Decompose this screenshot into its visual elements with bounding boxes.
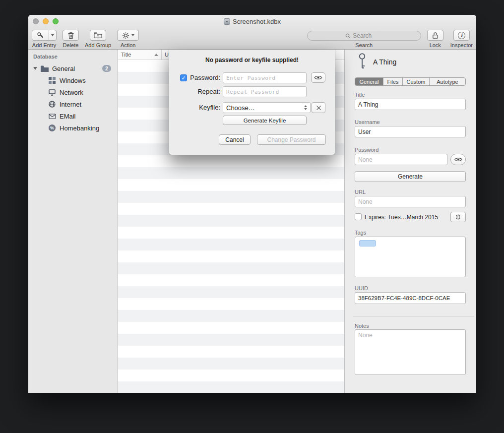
delete-label: Delete — [63, 42, 79, 48]
column-username-label: U — [165, 52, 169, 58]
add-entry-button[interactable] — [32, 30, 57, 41]
sidebar-item-label: General — [52, 65, 75, 72]
expires-label: Expires: Tues…March 2015 — [365, 214, 438, 221]
eye-icon — [314, 75, 322, 80]
add-group-button[interactable] — [90, 30, 106, 41]
repeat-label: Repeat: — [169, 86, 220, 97]
search-icon — [345, 33, 351, 39]
minimize-button[interactable] — [43, 18, 49, 24]
keyfile-popup-value: Choose… — [226, 104, 255, 112]
info-icon — [458, 32, 465, 39]
password-input[interactable] — [223, 72, 307, 83]
reveal-password-button[interactable] — [311, 72, 325, 83]
tab-files[interactable]: Files — [383, 78, 403, 85]
tag-token[interactable] — [359, 240, 376, 247]
search-input[interactable] — [307, 31, 421, 41]
key-icon — [32, 30, 49, 40]
sort-ascending-icon — [154, 54, 158, 56]
cancel-button[interactable]: Cancel — [219, 134, 251, 145]
entry-title: A Thing — [373, 58, 396, 66]
expires-checkbox[interactable] — [355, 213, 362, 220]
lock-icon — [432, 32, 439, 39]
change-password-button[interactable]: Change Password — [257, 134, 326, 145]
window-title: Screenshot.kdbx — [28, 15, 476, 28]
uuid-field[interactable] — [355, 292, 466, 304]
generate-keyfile-button[interactable]: Generate Keyfile — [223, 116, 307, 125]
sidebar-item-windows[interactable]: Windows — [28, 74, 117, 86]
inspector-tabs: General Files Custom Autotype — [355, 77, 466, 86]
title-label: Title — [355, 92, 365, 98]
keyfile-label: Keyfile: — [169, 102, 220, 113]
app-window: Screenshot.kdbx — [28, 15, 476, 393]
sidebar-item-label: Windows — [60, 77, 86, 84]
notes-field[interactable] — [355, 329, 466, 375]
zoom-button[interactable] — [53, 18, 59, 24]
tags-label: Tags — [355, 230, 366, 236]
repeat-password-input[interactable] — [223, 86, 307, 97]
action-button[interactable] — [117, 30, 139, 41]
toolbar-item-inspector: Inspector — [450, 30, 473, 48]
gear-icon — [122, 32, 129, 39]
percent-coin-icon — [48, 124, 56, 132]
divider — [353, 316, 474, 316]
titlebar[interactable]: Screenshot.kdbx — [28, 15, 476, 28]
username-label: Username — [355, 119, 380, 125]
sidebar-item-internet[interactable]: Internet — [28, 98, 117, 110]
column-header-title[interactable]: Title — [118, 50, 162, 60]
delete-button[interactable] — [63, 30, 79, 41]
clear-keyfile-button[interactable] — [312, 102, 325, 113]
folder-icon — [41, 64, 49, 72]
toolbar-item-action: Action — [117, 30, 139, 48]
inspector-panel: A Thing General Files Custom Autotype Ti… — [345, 50, 476, 393]
disclosure-triangle-icon[interactable] — [33, 67, 37, 70]
keyfile-popup-button[interactable]: Choose… — [223, 102, 311, 113]
lock-button[interactable] — [427, 30, 443, 41]
chevron-down-icon — [131, 34, 134, 36]
password-label: Password — [355, 147, 378, 153]
sidebar-item-general[interactable]: General 2 — [28, 62, 117, 74]
sidebar-item-email[interactable]: EMail — [28, 110, 117, 122]
url-field[interactable] — [355, 196, 466, 207]
toolbar-item-add-entry: Add Entry — [32, 30, 57, 48]
folder-plus-icon — [94, 32, 102, 39]
search-text-input[interactable] — [353, 32, 382, 39]
tags-field[interactable] — [355, 237, 466, 277]
close-button[interactable] — [33, 18, 39, 24]
window-chrome: Screenshot.kdbx — [28, 15, 476, 50]
lock-label: Lock — [430, 42, 441, 48]
toolbar-item-delete: Delete — [63, 30, 79, 48]
sidebar-item-homebanking[interactable]: Homebanking — [28, 122, 117, 134]
inspector-button[interactable] — [453, 30, 470, 41]
action-label: Action — [121, 42, 136, 48]
desktop-background: Screenshot.kdbx — [0, 0, 504, 433]
tab-autotype[interactable]: Autotype — [430, 78, 465, 85]
sidebar-item-label: Network — [60, 89, 83, 96]
sidebar-item-network[interactable]: Network — [28, 86, 117, 98]
tab-general[interactable]: General — [355, 78, 383, 85]
password-field[interactable] — [355, 154, 447, 165]
reveal-password-button[interactable] — [450, 154, 466, 165]
add-entry-dropdown[interactable] — [49, 30, 56, 40]
sheet-message: No password or keyfile supplied! — [169, 57, 335, 63]
uuid-label: UUID — [355, 285, 368, 291]
toolbar-item-search: Search — [307, 30, 421, 48]
toolbar-item-lock: Lock — [427, 30, 443, 48]
popup-arrows-icon — [304, 105, 307, 110]
tab-custom[interactable]: Custom — [403, 78, 430, 85]
eye-icon — [454, 157, 462, 162]
envelope-icon — [48, 112, 56, 120]
username-field[interactable] — [355, 126, 466, 137]
search-label: Search — [355, 42, 373, 48]
trash-icon — [67, 32, 74, 39]
expires-settings-button[interactable] — [450, 212, 466, 222]
column-header-username[interactable]: U — [162, 52, 169, 58]
sidebar: Database General 2 — [28, 50, 118, 393]
change-password-sheet: No password or keyfile supplied! Passwor… — [169, 50, 335, 155]
traffic-lights — [33, 18, 59, 24]
add-entry-label: Add Entry — [32, 42, 56, 48]
generate-password-button[interactable]: Generate — [355, 171, 466, 182]
url-label: URL — [355, 189, 366, 195]
title-field[interactable] — [355, 99, 466, 110]
toolbar: Add Entry Delete — [28, 28, 476, 50]
gear-icon — [455, 214, 461, 220]
